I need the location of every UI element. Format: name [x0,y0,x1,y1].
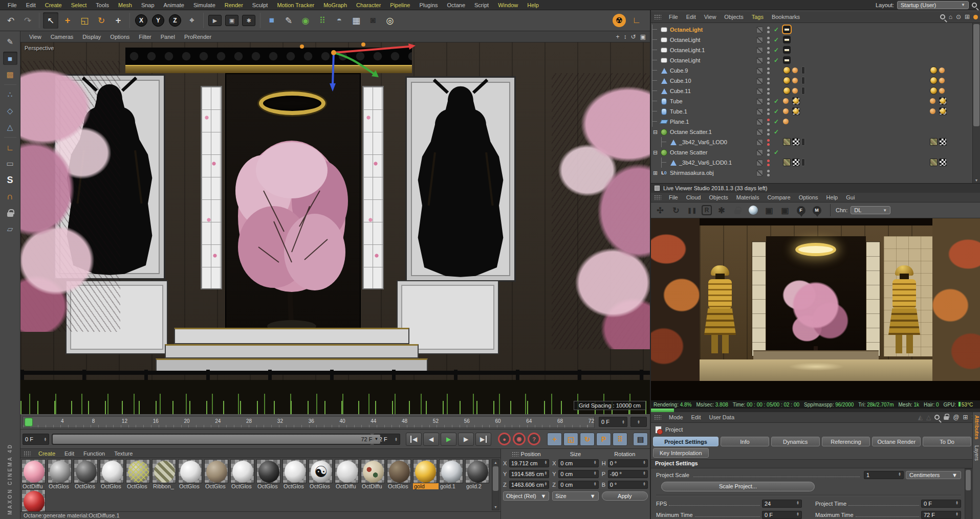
material-menu-texture[interactable]: Texture [110,449,137,458]
menu-motion-tracker[interactable]: Motion Tracker [272,1,319,9]
visibility-dots[interactable] [767,160,770,166]
live-selection-tool[interactable]: ↖ [43,12,58,29]
rotation-key-toggle[interactable]: ↻ [580,433,595,446]
channel-dropdown[interactable]: DL ▼ [851,206,890,214]
layer-box-icon[interactable] [756,160,763,166]
editor-dot[interactable] [767,119,770,121]
material-gold-2[interactable]: gold.2 [465,459,491,489]
coord-field[interactable]: 1463.606 cm▲▼ [509,481,549,489]
z-axis-lock[interactable]: Z [167,12,183,29]
goto-end-button[interactable]: ▶ [475,433,491,446]
spinner-arrows-icon[interactable]: ▲▼ [955,512,959,518]
visibility-dots[interactable] [767,149,770,156]
object-row-cube-11[interactable]: Cube.11 [651,86,972,96]
render-dot[interactable] [767,133,770,136]
tag-chip-light[interactable] [783,36,791,43]
material-ball-icon[interactable] [747,204,759,216]
object-row-octane-scatter[interactable]: ⊟Octane Scatter✓ [651,147,972,157]
menu-select[interactable]: Select [67,1,92,9]
render-view-button[interactable]: ▶ [207,12,223,29]
coord-field[interactable]: -90 °▲▼ [608,470,648,478]
object-row-3b42-var6-lod0-1[interactable]: _3b42_Var6_LOD0.1 [651,157,972,168]
editor-dot[interactable] [767,27,770,29]
viewport-filter-icon[interactable]: ▭ [3,157,17,170]
material-scrollbar[interactable]: ▲ ▼ [492,459,499,510]
om-menu-bookmarks[interactable]: Bookmarks [768,13,804,21]
material-gold-1[interactable]: gold.1 [439,459,465,489]
tag-chip-checker[interactable] [939,159,947,166]
tab-to-do[interactable]: To Do [923,437,971,446]
home-icon[interactable]: ⌂ [949,13,952,20]
object-row-octanelight[interactable]: OctaneLight✓ [651,35,972,45]
tag-chip-dot[interactable] [792,88,798,94]
render-dot[interactable] [767,112,770,115]
object-row-octanelight-1[interactable]: OctaneLight.1✓ [651,45,972,55]
tag-chip-dot[interactable] [792,67,798,73]
y-axis-lock[interactable]: Y [150,12,166,29]
camera-object-button[interactable]: ◙ [365,12,381,29]
panel-grip-icon[interactable] [512,452,519,457]
material-thumbnail[interactable] [48,459,72,483]
search-icon[interactable] [934,415,940,420]
lv-menu-options[interactable]: Options [795,193,822,201]
points-mode-icon[interactable]: ∴ [3,88,17,101]
render-dot[interactable] [767,164,770,166]
side-tab-layers[interactable]: Layers [974,445,979,461]
tag-chip-dot[interactable] [783,119,789,124]
tab-key-interpolation[interactable]: Key Interpolation [653,448,709,458]
tag-chip-camo[interactable] [930,138,938,146]
deformer-button[interactable]: ◓ [332,12,347,29]
spinner-arrows-icon[interactable]: ▲▼ [544,482,547,488]
new-panel-icon[interactable]: ⊞ [963,414,968,421]
layer-box-icon[interactable] [756,78,763,84]
lv-menu-file[interactable]: File [665,193,682,201]
live-viewer-titlebar[interactable]: Live Viewer Studio 2018.1.3 (33 days lef… [651,183,980,193]
material-thumbnail[interactable] [282,459,307,483]
material-octdiffu[interactable]: OctDiffu [361,459,386,489]
visibility-dots[interactable] [767,129,770,136]
layer-box-icon[interactable] [756,37,763,43]
material-octglos[interactable]: OctGlos [256,459,282,489]
region-render-icon[interactable]: R [702,205,712,215]
menu-character[interactable]: Character [352,1,385,9]
layer-box-icon[interactable] [756,98,763,105]
visibility-dots[interactable] [767,170,770,176]
axis-gizmo[interactable] [287,42,430,96]
model-mode-icon[interactable]: ■ [3,52,17,65]
material-thumbnail[interactable] [21,459,46,483]
material-ribbon[interactable]: Ribbon_ [152,459,178,489]
cube-primitive-button[interactable]: ■ [264,12,279,29]
editor-dot[interactable] [767,139,770,142]
last-used-tool[interactable]: + [111,12,126,29]
tag-chip-checker[interactable] [792,159,800,166]
material-octdiffu[interactable]: OctDiffu [21,459,47,489]
viewport-menu-options[interactable]: Options [105,33,134,41]
material-octdiffu[interactable]: OctDiffu [335,459,360,489]
kernel-settings-icon[interactable]: ✱ [715,204,728,216]
material-octglos[interactable]: ☯OctGlos [309,459,334,489]
octane-logo-icon[interactable]: ✣ [654,204,666,216]
tab-info[interactable]: Info [721,437,769,446]
pla-key-toggle[interactable]: ⠿ [613,433,627,446]
eye-icon[interactable]: ⊙ [956,13,961,20]
previous-frame-button[interactable]: ◀ [423,433,439,446]
layer-box-icon[interactable] [756,139,763,146]
attr-menu-mode[interactable]: Mode [665,413,687,421]
tag-chip-dot[interactable] [792,78,798,83]
tag-chip-goldchk[interactable] [939,107,947,115]
render-dot[interactable] [767,82,770,84]
position-key-toggle[interactable]: + [547,433,562,446]
viewport-camera-label[interactable]: Perspective [25,45,54,51]
panel-grip-icon[interactable] [654,415,661,420]
spline-pen-button[interactable]: ✎ [281,12,296,29]
enabled-check-icon[interactable]: ✓ [774,98,779,105]
tag-chip-dot[interactable] [930,98,935,104]
material-thumbnail[interactable] [335,459,359,483]
layer-box-icon[interactable] [756,57,763,64]
zoom-view-icon[interactable]: ↕ [624,33,627,40]
material-thumbnail[interactable] [361,459,385,483]
tag-chip-checker[interactable] [939,138,947,146]
scrollbar-handle[interactable] [966,470,971,490]
render-dot[interactable] [767,31,770,33]
menu-window[interactable]: Window [493,1,522,9]
